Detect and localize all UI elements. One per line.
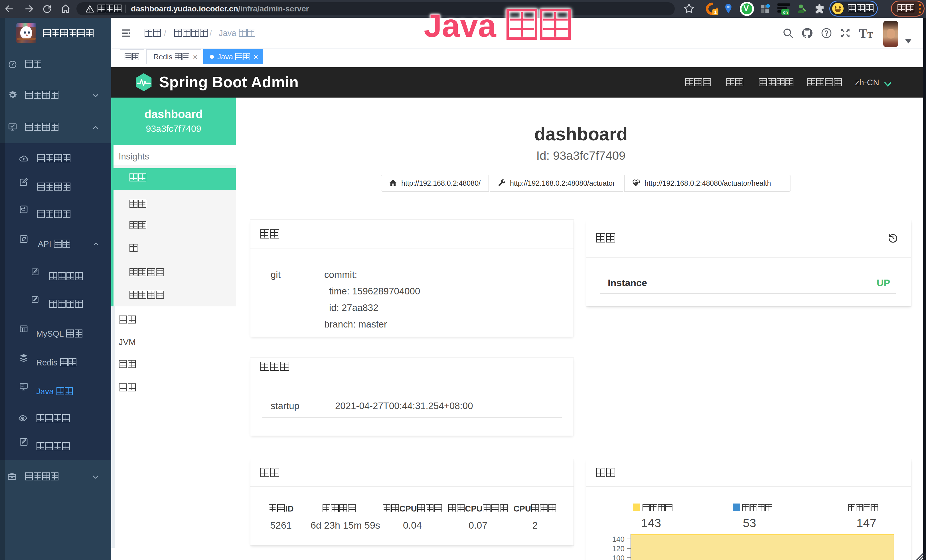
svg-text:1: 1 [714, 9, 717, 15]
svg-text:on: on [783, 10, 788, 15]
